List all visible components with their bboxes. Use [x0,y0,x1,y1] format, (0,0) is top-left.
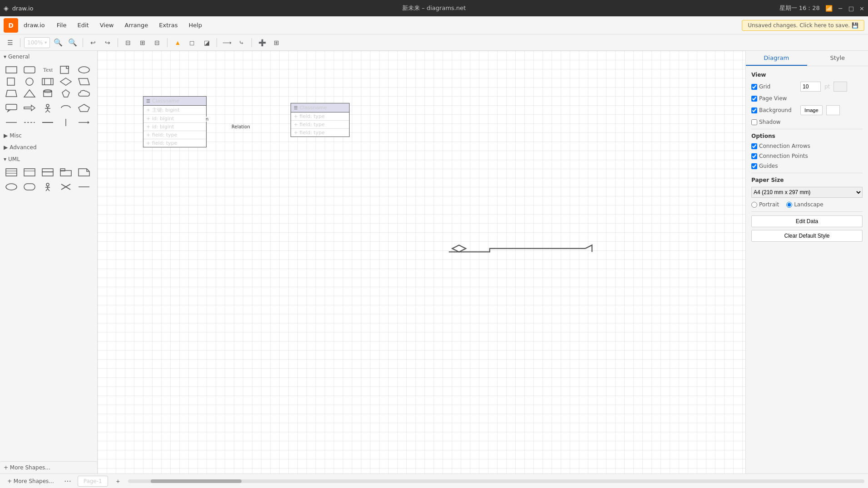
insert-button[interactable]: ➕ [256,36,268,49]
undo-button[interactable]: ↩ [87,36,99,49]
section-advanced-header[interactable]: ▶ Advanced [0,142,97,153]
background-checkbox[interactable] [751,107,757,113]
bottom-menu-button[interactable]: ⋯ [61,475,74,488]
connection-points-checkbox[interactable] [751,153,757,159]
shape-triangle[interactable] [22,88,37,99]
shape-note[interactable] [58,64,74,75]
section-general-header[interactable]: ▾ General [0,51,97,63]
shape-cloud[interactable] [76,88,92,99]
shape-ellipse[interactable] [76,64,92,75]
shape-figure[interactable] [40,102,55,113]
add-page-button[interactable]: + [112,475,124,488]
svg-line-47 [48,189,49,191]
uml-component[interactable] [22,167,37,178]
shape-line-v[interactable] [58,117,74,128]
connection-button[interactable]: ⟶ [221,36,233,49]
shape-arc[interactable] [58,102,74,113]
fill-color-button[interactable]: ▲ [171,36,184,49]
shape-line-h[interactable] [40,117,55,128]
shape-dashed-line[interactable] [22,117,37,128]
page-view-checkbox[interactable] [751,96,757,102]
line-color-button[interactable]: ◻ [186,36,198,49]
background-row: Background Image [751,105,863,115]
shape-trapezoid[interactable] [4,88,19,99]
connection-arrows-checkbox[interactable] [751,143,757,149]
menu-arrange[interactable]: Arrange [120,20,153,30]
maximize-button[interactable]: □ [848,5,854,12]
edit-data-button[interactable]: Edit Data [751,215,863,227]
background-color-box[interactable] [826,105,840,115]
more-shapes-panel-button[interactable]: + More Shapes... [0,461,97,473]
shape-square[interactable] [4,76,19,87]
shape-cylinder[interactable] [40,88,55,99]
tab-diagram[interactable]: Diagram [746,51,807,66]
menu-view[interactable]: View [95,20,118,30]
minimize-button[interactable]: − [838,5,843,12]
svg-marker-18 [24,105,35,111]
menu-file[interactable]: File [52,20,71,30]
uml-class[interactable] [4,167,19,178]
shape-rect-rounded[interactable] [22,64,37,75]
shape-line[interactable] [4,117,19,128]
shape-callout[interactable] [4,102,19,113]
menu-help[interactable]: Help [184,20,207,30]
table-button[interactable]: ⊞ [270,36,283,49]
redo-button[interactable]: ↪ [101,36,114,49]
sidebar-toggle-button[interactable]: ☰ [4,36,16,49]
toolbar-sep-5 [217,38,217,47]
paper-size-section-label: Paper Size [751,177,863,183]
shape-circle[interactable] [22,76,37,87]
shadow-button[interactable]: ◪ [200,36,213,49]
grid-checkbox[interactable] [751,84,757,90]
uml-note[interactable] [76,167,92,178]
shape-rect[interactable] [4,64,19,75]
uml-divider[interactable] [76,181,92,192]
shape-actor[interactable] [58,88,74,99]
portrait-radio[interactable] [751,202,757,208]
tab-style[interactable]: Style [807,51,868,66]
section-general-chevron: ▾ [4,54,6,60]
shape-process[interactable] [40,76,55,87]
uml-interface[interactable] [40,167,55,178]
shape-text[interactable]: Text [40,64,55,75]
paper-size-select[interactable]: A4 (210 mm x 297 mm) A3 Letter Legal [751,187,863,198]
clear-default-style-button[interactable]: Clear Default Style [751,230,863,242]
close-button[interactable]: × [859,5,864,12]
canvas-grid: ☰ Classname + 主键: bigint + id: bigint + … [98,51,745,473]
background-image-button[interactable]: Image [800,105,823,115]
section-uml-header[interactable]: ▾ UML [0,153,97,165]
more-shapes-bottom-button[interactable]: + More Shapes... [4,477,58,486]
svg-marker-11 [79,78,89,85]
uml-table-1[interactable]: ☰ Classname + 主键: bigint + id: bigint + … [143,96,207,147]
uml-actor[interactable] [40,181,55,192]
page-1-tab[interactable]: Page-1 [78,476,108,487]
menu-extras[interactable]: Extras [154,20,182,30]
uml-table-2[interactable]: ☰ Classname + field: type + field: type … [291,103,350,137]
grid-color-box[interactable] [833,82,847,92]
shape-arrow-line[interactable] [76,117,92,128]
uml-destroy[interactable] [58,181,74,192]
shape-arrow[interactable] [22,102,37,113]
waypoint-button[interactable]: ⤷ [235,36,248,49]
shadow-checkbox[interactable] [751,119,757,125]
shape-diamond[interactable] [58,76,74,87]
to-front-button[interactable]: ⊞ [136,36,149,49]
uml-package[interactable] [58,167,74,178]
section-misc-header[interactable]: ▶ Misc [0,130,97,142]
canvas-area[interactable]: ☰ Classname + 主键: bigint + id: bigint + … [98,51,745,473]
menu-edit[interactable]: Edit [73,20,93,30]
zoom-out-button[interactable]: 🔍 [52,36,64,49]
guides-checkbox[interactable] [751,163,757,169]
shape-parallelogram[interactable] [76,76,92,87]
uml-state[interactable] [22,181,37,192]
horizontal-scrollbar[interactable] [128,479,864,483]
to-back-button[interactable]: ⊟ [151,36,163,49]
zoom-in-button[interactable]: 🔍 [66,36,79,49]
uml-usecase[interactable] [4,181,19,192]
landscape-label: Landscape [786,201,823,208]
delete-button[interactable]: ⊟ [122,36,134,49]
grid-value-input[interactable] [800,82,821,92]
save-notice[interactable]: Unsaved changes. Click here to save. 💾 [742,20,864,31]
landscape-radio[interactable] [786,202,792,208]
shape-pentagon[interactable] [76,102,92,113]
